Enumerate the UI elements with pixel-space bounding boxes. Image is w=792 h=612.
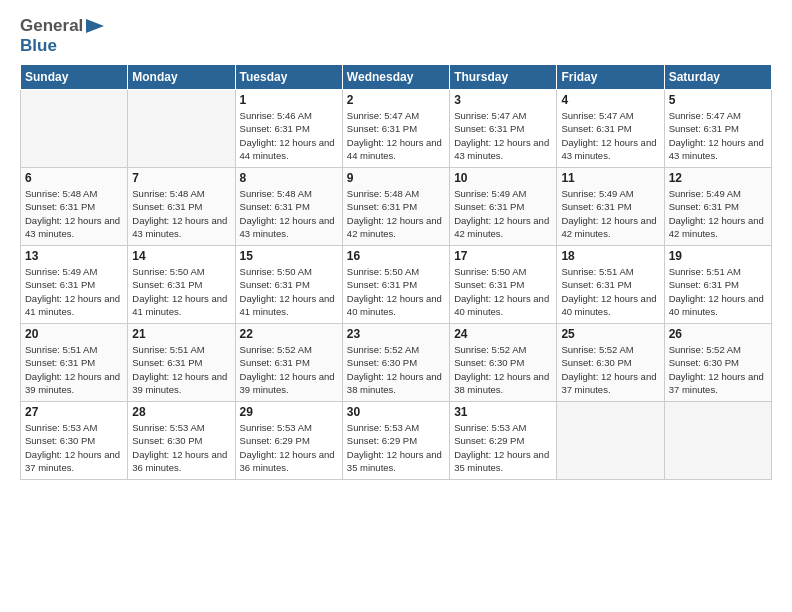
day-number: 15 bbox=[240, 249, 338, 263]
day-info: Sunrise: 5:51 AM Sunset: 6:31 PM Dayligh… bbox=[561, 265, 659, 318]
calendar-day-cell bbox=[21, 90, 128, 168]
day-info: Sunrise: 5:49 AM Sunset: 6:31 PM Dayligh… bbox=[25, 265, 123, 318]
day-info: Sunrise: 5:50 AM Sunset: 6:31 PM Dayligh… bbox=[132, 265, 230, 318]
day-info: Sunrise: 5:53 AM Sunset: 6:29 PM Dayligh… bbox=[454, 421, 552, 474]
calendar-day-cell: 9Sunrise: 5:48 AM Sunset: 6:31 PM Daylig… bbox=[342, 168, 449, 246]
calendar-day-cell: 13Sunrise: 5:49 AM Sunset: 6:31 PM Dayli… bbox=[21, 246, 128, 324]
day-info: Sunrise: 5:47 AM Sunset: 6:31 PM Dayligh… bbox=[669, 109, 767, 162]
calendar-day-cell: 14Sunrise: 5:50 AM Sunset: 6:31 PM Dayli… bbox=[128, 246, 235, 324]
calendar-day-cell: 6Sunrise: 5:48 AM Sunset: 6:31 PM Daylig… bbox=[21, 168, 128, 246]
calendar-day-cell: 15Sunrise: 5:50 AM Sunset: 6:31 PM Dayli… bbox=[235, 246, 342, 324]
calendar-day-cell bbox=[128, 90, 235, 168]
day-info: Sunrise: 5:51 AM Sunset: 6:31 PM Dayligh… bbox=[25, 343, 123, 396]
calendar-week-row: 6Sunrise: 5:48 AM Sunset: 6:31 PM Daylig… bbox=[21, 168, 772, 246]
calendar-day-cell: 25Sunrise: 5:52 AM Sunset: 6:30 PM Dayli… bbox=[557, 324, 664, 402]
day-number: 2 bbox=[347, 93, 445, 107]
calendar-day-cell: 2Sunrise: 5:47 AM Sunset: 6:31 PM Daylig… bbox=[342, 90, 449, 168]
calendar-day-cell: 23Sunrise: 5:52 AM Sunset: 6:30 PM Dayli… bbox=[342, 324, 449, 402]
day-info: Sunrise: 5:52 AM Sunset: 6:30 PM Dayligh… bbox=[561, 343, 659, 396]
calendar-day-cell: 16Sunrise: 5:50 AM Sunset: 6:31 PM Dayli… bbox=[342, 246, 449, 324]
calendar-weekday-header: Friday bbox=[557, 65, 664, 90]
calendar: SundayMondayTuesdayWednesdayThursdayFrid… bbox=[20, 64, 772, 480]
day-number: 9 bbox=[347, 171, 445, 185]
calendar-day-cell: 7Sunrise: 5:48 AM Sunset: 6:31 PM Daylig… bbox=[128, 168, 235, 246]
calendar-weekday-header: Tuesday bbox=[235, 65, 342, 90]
day-info: Sunrise: 5:50 AM Sunset: 6:31 PM Dayligh… bbox=[240, 265, 338, 318]
day-info: Sunrise: 5:48 AM Sunset: 6:31 PM Dayligh… bbox=[347, 187, 445, 240]
calendar-day-cell: 3Sunrise: 5:47 AM Sunset: 6:31 PM Daylig… bbox=[450, 90, 557, 168]
day-number: 26 bbox=[669, 327, 767, 341]
calendar-day-cell: 10Sunrise: 5:49 AM Sunset: 6:31 PM Dayli… bbox=[450, 168, 557, 246]
day-number: 7 bbox=[132, 171, 230, 185]
calendar-weekday-header: Thursday bbox=[450, 65, 557, 90]
day-number: 16 bbox=[347, 249, 445, 263]
calendar-day-cell: 30Sunrise: 5:53 AM Sunset: 6:29 PM Dayli… bbox=[342, 402, 449, 480]
day-number: 1 bbox=[240, 93, 338, 107]
calendar-day-cell: 24Sunrise: 5:52 AM Sunset: 6:30 PM Dayli… bbox=[450, 324, 557, 402]
day-number: 4 bbox=[561, 93, 659, 107]
calendar-day-cell: 31Sunrise: 5:53 AM Sunset: 6:29 PM Dayli… bbox=[450, 402, 557, 480]
calendar-day-cell: 11Sunrise: 5:49 AM Sunset: 6:31 PM Dayli… bbox=[557, 168, 664, 246]
day-info: Sunrise: 5:53 AM Sunset: 6:30 PM Dayligh… bbox=[132, 421, 230, 474]
day-number: 10 bbox=[454, 171, 552, 185]
day-number: 19 bbox=[669, 249, 767, 263]
calendar-week-row: 1Sunrise: 5:46 AM Sunset: 6:31 PM Daylig… bbox=[21, 90, 772, 168]
calendar-day-cell: 17Sunrise: 5:50 AM Sunset: 6:31 PM Dayli… bbox=[450, 246, 557, 324]
day-number: 8 bbox=[240, 171, 338, 185]
calendar-day-cell: 28Sunrise: 5:53 AM Sunset: 6:30 PM Dayli… bbox=[128, 402, 235, 480]
day-info: Sunrise: 5:50 AM Sunset: 6:31 PM Dayligh… bbox=[454, 265, 552, 318]
calendar-weekday-header: Wednesday bbox=[342, 65, 449, 90]
day-info: Sunrise: 5:52 AM Sunset: 6:30 PM Dayligh… bbox=[347, 343, 445, 396]
day-info: Sunrise: 5:47 AM Sunset: 6:31 PM Dayligh… bbox=[561, 109, 659, 162]
day-number: 11 bbox=[561, 171, 659, 185]
page: General Blue SundayMondayTuesdayWednesda… bbox=[0, 0, 792, 496]
calendar-day-cell: 4Sunrise: 5:47 AM Sunset: 6:31 PM Daylig… bbox=[557, 90, 664, 168]
calendar-day-cell: 19Sunrise: 5:51 AM Sunset: 6:31 PM Dayli… bbox=[664, 246, 771, 324]
day-info: Sunrise: 5:47 AM Sunset: 6:31 PM Dayligh… bbox=[347, 109, 445, 162]
calendar-day-cell: 8Sunrise: 5:48 AM Sunset: 6:31 PM Daylig… bbox=[235, 168, 342, 246]
day-number: 23 bbox=[347, 327, 445, 341]
day-number: 13 bbox=[25, 249, 123, 263]
calendar-week-row: 27Sunrise: 5:53 AM Sunset: 6:30 PM Dayli… bbox=[21, 402, 772, 480]
calendar-weekday-header: Sunday bbox=[21, 65, 128, 90]
calendar-day-cell: 18Sunrise: 5:51 AM Sunset: 6:31 PM Dayli… bbox=[557, 246, 664, 324]
calendar-day-cell: 5Sunrise: 5:47 AM Sunset: 6:31 PM Daylig… bbox=[664, 90, 771, 168]
day-number: 20 bbox=[25, 327, 123, 341]
day-number: 21 bbox=[132, 327, 230, 341]
calendar-weekday-header: Saturday bbox=[664, 65, 771, 90]
calendar-day-cell: 12Sunrise: 5:49 AM Sunset: 6:31 PM Dayli… bbox=[664, 168, 771, 246]
logo: General Blue bbox=[20, 16, 104, 56]
day-number: 18 bbox=[561, 249, 659, 263]
day-number: 28 bbox=[132, 405, 230, 419]
day-info: Sunrise: 5:52 AM Sunset: 6:30 PM Dayligh… bbox=[454, 343, 552, 396]
calendar-weekday-header: Monday bbox=[128, 65, 235, 90]
calendar-day-cell: 1Sunrise: 5:46 AM Sunset: 6:31 PM Daylig… bbox=[235, 90, 342, 168]
day-info: Sunrise: 5:51 AM Sunset: 6:31 PM Dayligh… bbox=[132, 343, 230, 396]
day-info: Sunrise: 5:51 AM Sunset: 6:31 PM Dayligh… bbox=[669, 265, 767, 318]
day-info: Sunrise: 5:52 AM Sunset: 6:30 PM Dayligh… bbox=[669, 343, 767, 396]
day-number: 12 bbox=[669, 171, 767, 185]
day-number: 29 bbox=[240, 405, 338, 419]
day-info: Sunrise: 5:47 AM Sunset: 6:31 PM Dayligh… bbox=[454, 109, 552, 162]
calendar-day-cell: 27Sunrise: 5:53 AM Sunset: 6:30 PM Dayli… bbox=[21, 402, 128, 480]
logo-blue-text: Blue bbox=[20, 36, 57, 55]
day-info: Sunrise: 5:48 AM Sunset: 6:31 PM Dayligh… bbox=[240, 187, 338, 240]
header: General Blue bbox=[20, 16, 772, 56]
day-info: Sunrise: 5:53 AM Sunset: 6:30 PM Dayligh… bbox=[25, 421, 123, 474]
day-number: 14 bbox=[132, 249, 230, 263]
day-number: 3 bbox=[454, 93, 552, 107]
day-number: 30 bbox=[347, 405, 445, 419]
calendar-week-row: 20Sunrise: 5:51 AM Sunset: 6:31 PM Dayli… bbox=[21, 324, 772, 402]
day-info: Sunrise: 5:49 AM Sunset: 6:31 PM Dayligh… bbox=[561, 187, 659, 240]
calendar-header-row: SundayMondayTuesdayWednesdayThursdayFrid… bbox=[21, 65, 772, 90]
calendar-day-cell: 22Sunrise: 5:52 AM Sunset: 6:31 PM Dayli… bbox=[235, 324, 342, 402]
logo-arrow-icon bbox=[86, 19, 104, 33]
day-number: 5 bbox=[669, 93, 767, 107]
day-number: 24 bbox=[454, 327, 552, 341]
day-info: Sunrise: 5:53 AM Sunset: 6:29 PM Dayligh… bbox=[240, 421, 338, 474]
day-info: Sunrise: 5:48 AM Sunset: 6:31 PM Dayligh… bbox=[132, 187, 230, 240]
day-info: Sunrise: 5:48 AM Sunset: 6:31 PM Dayligh… bbox=[25, 187, 123, 240]
calendar-day-cell: 20Sunrise: 5:51 AM Sunset: 6:31 PM Dayli… bbox=[21, 324, 128, 402]
calendar-day-cell bbox=[557, 402, 664, 480]
day-number: 17 bbox=[454, 249, 552, 263]
